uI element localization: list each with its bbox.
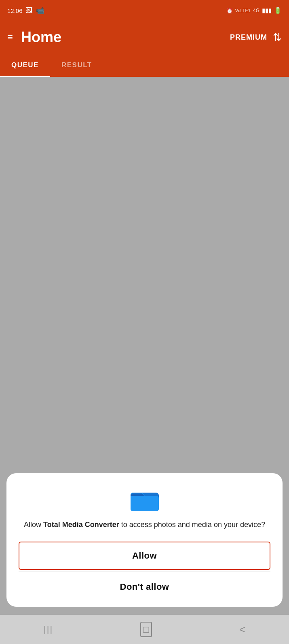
header: ≡ Home PREMIUM ⇅ [0, 21, 289, 53]
app-name: Total Media Converter [43, 521, 119, 529]
page-title: Home [21, 29, 230, 46]
tabs-bar: QUEUE RESULT [0, 53, 289, 77]
status-bar-right: ⏰ VoLTE1 4G ▮▮▮ 🔋 [226, 7, 282, 14]
4g-icon: 4G [253, 8, 259, 13]
alarm-icon: ⏰ [226, 8, 233, 14]
status-bar: 12:06 🖼 📹 ⏰ VoLTE1 4G ▮▮▮ 🔋 [0, 0, 289, 21]
tab-result[interactable]: RESULT [50, 53, 103, 77]
status-bar-left: 12:06 🖼 📹 [7, 6, 44, 15]
folder-icon [131, 488, 159, 511]
status-time: 12:06 [7, 7, 23, 14]
dialog-divider [19, 572, 270, 572]
bottom-nav: ||| □ < [0, 615, 289, 644]
tab-queue[interactable]: QUEUE [0, 53, 50, 77]
home-icon[interactable]: □ [140, 622, 152, 637]
photo-icon: 🖼 [26, 6, 33, 15]
premium-label[interactable]: PREMIUM [230, 33, 267, 42]
battery-icon: 🔋 [274, 7, 282, 14]
video-icon: 📹 [36, 6, 44, 15]
allow-button[interactable]: Allow [19, 542, 270, 570]
dont-allow-button[interactable]: Don't allow [19, 574, 270, 600]
permission-dialog-container: Allow Total Media Converter to access ph… [0, 473, 289, 615]
recent-apps-icon[interactable]: ||| [44, 624, 53, 635]
permission-dialog: Allow Total Media Converter to access ph… [6, 473, 283, 607]
hamburger-icon[interactable]: ≡ [7, 32, 13, 43]
back-icon[interactable]: < [239, 623, 245, 636]
dialog-message: Allow Total Media Converter to access ph… [24, 519, 265, 530]
signal-icon: ▮▮▮ [262, 7, 272, 14]
main-content: Tap to (+) button to start Allow Total M… [0, 77, 289, 615]
sort-icon[interactable]: ⇅ [273, 31, 282, 44]
vol-lte-indicator: VoLTE1 [235, 9, 251, 13]
